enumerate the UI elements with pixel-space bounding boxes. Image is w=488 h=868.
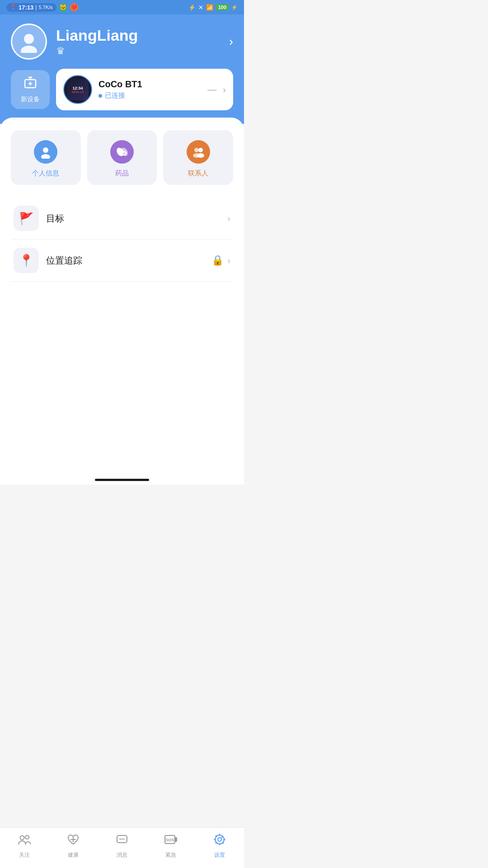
- location-icon: 📍: [10, 4, 17, 10]
- connected-dot: [99, 94, 102, 98]
- action-contacts[interactable]: 联系人: [163, 130, 233, 185]
- indicator-bar: [95, 479, 149, 481]
- status-bar: 📍 17:13 | 5.7K/s 🐱 ❤️ ⚡ ✕ 📶 100 ⚡: [0, 0, 244, 14]
- menu-item-location[interactable]: 📍 位置追踪 🔒 ›: [11, 240, 233, 282]
- status-time: 17:13: [19, 4, 33, 11]
- action-contacts-label: 联系人: [188, 169, 208, 178]
- profile-name: LiangLiang: [56, 27, 220, 44]
- menu-goal-label: 目标: [46, 212, 220, 225]
- action-personal-info-label: 个人信息: [32, 169, 59, 178]
- location-chevron: ›: [227, 255, 230, 266]
- action-personal-info[interactable]: 个人信息: [11, 130, 81, 185]
- app-icon-green: 🐱: [59, 3, 67, 11]
- location-icon-box: 📍: [14, 248, 39, 273]
- app-icon-orange: ❤️: [70, 3, 78, 11]
- action-medicine[interactable]: + 药品: [87, 130, 157, 185]
- medicine-icon: +: [110, 140, 134, 164]
- svg-point-7: [43, 147, 48, 153]
- device-name: CoCo BT1: [99, 79, 201, 90]
- goal-chevron: ›: [227, 213, 230, 224]
- main-content: 个人信息 + 药品 联系人: [0, 118, 244, 434]
- device-dash: —: [207, 85, 216, 95]
- new-device-button[interactable]: 新设备: [11, 70, 50, 109]
- device-status-row: 已连接: [99, 91, 201, 100]
- device-chevron[interactable]: ›: [223, 85, 226, 95]
- charging-icon: ⚡: [231, 5, 238, 10]
- device-watch-image: 12:34 MON 15: [63, 75, 92, 104]
- new-device-label: 新设备: [21, 95, 40, 104]
- goal-icon-box: 🚩: [14, 206, 39, 231]
- status-pill: 📍 17:13 | 5.7K/s: [6, 3, 56, 12]
- svg-point-13: [194, 148, 199, 152]
- status-speed: 5.7K/s: [38, 5, 52, 10]
- home-indicator: [0, 470, 244, 485]
- bluetooth-icon: ⚡: [188, 4, 196, 11]
- close-icon: ✕: [198, 4, 203, 11]
- action-medicine-label: 药品: [115, 169, 129, 178]
- device-row: 新设备 12:34 MON 15 CoCo BT1 已连接 — ›: [11, 69, 233, 110]
- crown-icon: ♛: [56, 45, 220, 57]
- svg-text:+: +: [123, 151, 126, 156]
- header-section: LiangLiang ♛ › 新设备 12:34 MON 1: [0, 14, 244, 124]
- menu-item-goal[interactable]: 🚩 目标 ›: [11, 198, 233, 240]
- svg-point-15: [198, 148, 203, 152]
- avatar[interactable]: [11, 24, 47, 60]
- goal-menu-right: ›: [227, 213, 230, 224]
- profile-info: LiangLiang ♛: [56, 27, 220, 57]
- profile-chevron[interactable]: ›: [229, 34, 233, 49]
- location-menu-right: 🔒 ›: [211, 255, 230, 266]
- device-info: CoCo BT1 已连接: [99, 79, 201, 100]
- watch-date: MON 15: [72, 90, 84, 94]
- flag-icon: 🚩: [19, 212, 33, 226]
- device-card[interactable]: 12:34 MON 15 CoCo BT1 已连接 — ›: [56, 69, 233, 110]
- wifi-icon: 📶: [206, 4, 213, 11]
- status-icons-right: ⚡ ✕ 📶 100 ⚡: [188, 4, 238, 11]
- svg-point-1: [21, 46, 37, 53]
- quick-actions-grid: 个人信息 + 药品 联系人: [11, 130, 233, 185]
- device-connected-label: 已连接: [105, 91, 125, 100]
- lock-icon: 🔒: [211, 255, 224, 266]
- menu-location-label: 位置追踪: [46, 255, 204, 267]
- new-device-plus-icon: [23, 76, 38, 93]
- contacts-icon: [187, 140, 210, 164]
- watch-time: 12:34: [72, 86, 83, 90]
- svg-point-8: [41, 154, 50, 159]
- personal-info-icon: [34, 140, 57, 164]
- status-left: 📍 17:13 | 5.7K/s 🐱 ❤️: [6, 3, 78, 12]
- location-pin-icon: 📍: [19, 254, 33, 268]
- watch-face: 12:34 MON 15: [67, 79, 89, 100]
- svg-point-0: [24, 34, 34, 44]
- svg-point-16: [197, 153, 204, 158]
- profile-row: LiangLiang ♛ ›: [11, 24, 233, 60]
- battery-indicator: 100: [216, 4, 229, 10]
